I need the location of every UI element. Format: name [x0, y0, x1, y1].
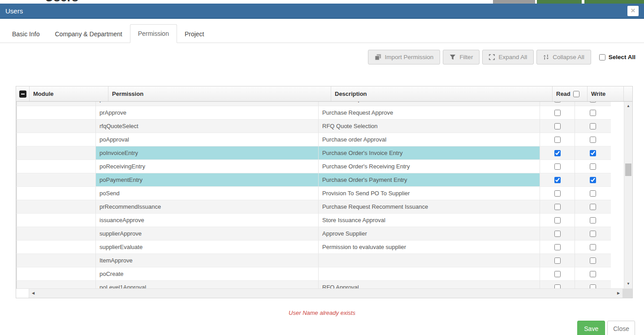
row-write-cell [575, 173, 611, 187]
table-row[interactable]: rfqQuoteSelect RFQ Quote Selection [16, 120, 624, 133]
read-checkbox[interactable] [554, 150, 561, 156]
table-row[interactable]: supplierApprove Approve Supplier [16, 227, 624, 241]
close-button[interactable]: Close [607, 321, 635, 335]
row-description: Purchase Order's Invoice Entry [318, 146, 540, 160]
row-permission: rfqQuoteSelect [95, 120, 318, 133]
vertical-scrollbar-thumb[interactable] [625, 163, 631, 176]
read-checkbox[interactable] [554, 177, 561, 183]
scroll-left-icon[interactable]: ◀ [29, 289, 37, 298]
table-row[interactable]: poReceivingEntry Purchase Order's Receiv… [16, 160, 624, 173]
row-module [17, 267, 95, 281]
expand-all-button[interactable]: Expand All [482, 50, 534, 64]
read-checkbox[interactable] [554, 102, 561, 103]
save-button[interactable]: Save [577, 321, 605, 335]
row-module [17, 200, 95, 214]
tab-basic-info[interactable]: Basic Info [4, 25, 47, 43]
write-checkbox[interactable] [590, 177, 596, 183]
write-checkbox[interactable] [590, 258, 596, 264]
write-checkbox[interactable] [590, 137, 596, 143]
read-checkbox[interactable] [554, 110, 561, 116]
row-permission: poInvoiceEntry [95, 146, 318, 160]
write-checkbox[interactable] [590, 217, 596, 223]
write-checkbox[interactable] [590, 123, 596, 129]
scroll-down-icon[interactable]: ▼ [624, 280, 632, 288]
read-checkbox[interactable] [554, 217, 561, 223]
import-permission-label: Import Permission [385, 54, 434, 60]
column-header-description[interactable]: Description [331, 86, 552, 101]
table-row[interactable]: poCreate [16, 267, 624, 281]
scrollbar-corner-left [16, 289, 29, 298]
write-checkbox[interactable] [590, 110, 596, 116]
table-viewport: prReview Purchase Request Review prAppro… [16, 102, 624, 288]
column-header-module[interactable]: Module [29, 86, 108, 101]
row-permission: poReceivingEntry [95, 160, 318, 173]
table-row[interactable]: poInvoiceEntry Purchase Order's Invoice … [16, 146, 624, 160]
write-checkbox[interactable] [590, 190, 596, 197]
tab-company-department[interactable]: Company & Department [47, 25, 130, 43]
write-checkbox[interactable] [590, 271, 596, 277]
table-row[interactable]: prApprove Purchase Request Approve [16, 106, 624, 120]
collapse-rows-icon[interactable] [19, 90, 26, 98]
write-checkbox[interactable] [590, 102, 596, 103]
tab-project[interactable]: Project [177, 25, 212, 43]
horizontal-scrollbar[interactable]: ◀ ▶ [16, 288, 632, 298]
table-row[interactable]: poPaymentEntry Purchase Order's Payment … [16, 173, 624, 187]
collapse-all-button[interactable]: Collapse All [536, 50, 591, 64]
read-checkbox[interactable] [554, 137, 561, 143]
table-row[interactable]: poLevel1Approval RFQ Approval [16, 281, 624, 288]
table-row[interactable]: prReview Purchase Request Review [16, 102, 624, 106]
row-read-cell [540, 102, 575, 106]
read-checkbox[interactable] [554, 190, 561, 197]
select-all-checkbox[interactable] [599, 54, 605, 60]
background-page: Users [0, 0, 644, 4]
table-row[interactable]: poSend Provision To Send PO To Supplier [16, 187, 624, 200]
horizontal-scrollbar-track[interactable] [37, 289, 614, 298]
read-checkbox[interactable] [554, 123, 561, 129]
table-row[interactable]: issuanceApprove Store Issuance Approval [16, 214, 624, 227]
table-row[interactable]: prRecommendIssuance Purchase Request Rec… [16, 200, 624, 214]
read-checkbox[interactable] [554, 284, 561, 289]
read-checkbox[interactable] [554, 271, 561, 277]
write-checkbox[interactable] [590, 150, 596, 156]
write-checkbox[interactable] [590, 284, 596, 289]
tab-permission[interactable]: Permission [130, 24, 177, 43]
close-icon[interactable]: × [627, 6, 639, 16]
column-header-permission[interactable]: Permission [108, 86, 331, 101]
import-permission-button[interactable]: Import Permission [368, 50, 441, 64]
table-row[interactable]: poApproval Purchase order Approval [16, 133, 624, 146]
read-checkbox[interactable] [554, 244, 561, 250]
row-module [17, 281, 95, 288]
row-permission: supplierEvaluate [95, 241, 318, 254]
background-page-title: Users [45, 0, 78, 4]
row-write-cell [575, 267, 611, 281]
write-checkbox[interactable] [590, 204, 596, 210]
header-filler [623, 86, 632, 101]
expand-all-label: Expand All [498, 54, 527, 60]
write-checkbox[interactable] [590, 244, 596, 250]
row-read-cell [540, 133, 575, 146]
read-all-checkbox[interactable] [573, 91, 579, 97]
row-description: Purchase Request Recomment Issuance [318, 200, 540, 214]
table-row[interactable]: ItemApprove [16, 254, 624, 267]
scroll-up-icon[interactable]: ▲ [624, 103, 632, 110]
vertical-scrollbar[interactable]: ▲ ▼ [624, 102, 632, 288]
row-description: Purchase Order's Payment Entry [318, 173, 540, 187]
background-green-button [537, 0, 582, 4]
scroll-right-icon[interactable]: ▶ [614, 289, 622, 298]
read-checkbox[interactable] [554, 163, 561, 170]
row-permission: supplierApprove [95, 227, 318, 241]
row-description: Purchase Request Approve [318, 106, 540, 120]
table-row[interactable]: supplierEvaluate Permission to evaluvate… [16, 241, 624, 254]
row-description: Purchase Order's Receiving Entry [318, 160, 540, 173]
read-checkbox[interactable] [554, 204, 561, 210]
row-write-cell [575, 200, 611, 214]
table-rows: prReview Purchase Request Review prAppro… [16, 102, 624, 288]
background-green-button [584, 0, 644, 4]
read-checkbox[interactable] [554, 258, 561, 264]
collapse-all-rows-cell[interactable] [16, 86, 29, 101]
filter-button[interactable]: Filter [443, 50, 480, 64]
write-checkbox[interactable] [590, 163, 596, 170]
read-checkbox[interactable] [554, 231, 561, 237]
write-checkbox[interactable] [590, 231, 596, 237]
row-permission: poPaymentEntry [95, 173, 318, 187]
